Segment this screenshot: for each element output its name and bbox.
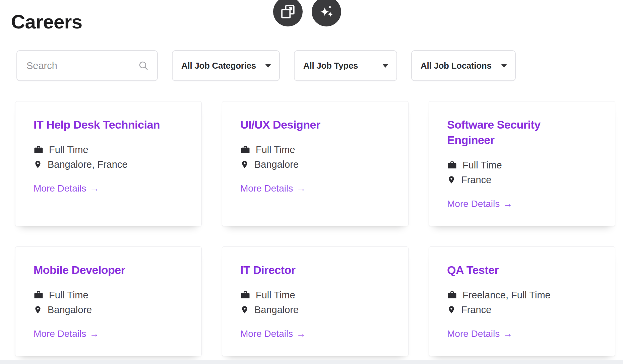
arrow-right-icon: → [503,329,512,339]
more-details-link[interactable]: More Details → [447,329,512,339]
more-details-label: More Details [447,199,500,209]
chevron-down-icon [382,64,388,68]
job-categories-dropdown[interactable]: All Job Categories [172,50,280,81]
more-details-link[interactable]: More Details → [447,199,512,209]
job-types-dropdown-label: All Job Types [303,61,358,71]
more-details-link[interactable]: More Details → [34,183,99,194]
job-locations-dropdown-label: All Job Locations [421,61,492,71]
job-card: Mobile Developer Full Time Bangalore Mor… [15,246,202,356]
search-icon [138,60,149,71]
job-location-row: France [447,304,599,315]
location-pin-icon [34,159,42,169]
job-title-link[interactable]: Software Security Engineer [447,117,568,148]
job-card: Software Security Engineer Full Time Fra… [429,101,615,226]
search-input[interactable] [26,60,133,71]
more-details-label: More Details [240,183,293,194]
location-pin-icon [240,305,249,315]
job-card: IT Help Desk Technician Full Time Bangal… [15,101,202,226]
job-type-row: Freelance, Full Time [447,290,599,300]
job-type-row: Full Time [447,160,599,170]
more-details-link[interactable]: More Details → [34,329,99,339]
job-location: France [461,174,491,185]
job-card: UI/UX Designer Full Time Bangalore More … [222,101,409,226]
job-location-row: Bangalore [240,304,392,315]
job-title-link[interactable]: IT Help Desk Technician [34,117,185,132]
job-location: Bangalore [254,159,299,170]
job-location: Bangalore [48,304,92,315]
location-pin-icon [447,305,456,315]
job-title-link[interactable]: Mobile Developer [34,262,185,278]
job-type: Full Time [49,144,88,155]
sparkles-icon [318,4,334,20]
briefcase-icon [34,145,44,155]
job-title-link[interactable]: IT Director [240,262,392,278]
job-location: Bangalore [254,304,299,315]
job-type: Full Time [462,160,502,170]
arrow-right-icon: → [296,183,306,194]
job-type-row: Full Time [240,144,392,155]
job-type: Full Time [49,290,88,300]
page-title: Careers [11,11,82,32]
more-details-link[interactable]: More Details → [240,183,306,194]
location-pin-icon [447,175,456,185]
arrow-right-icon: → [503,199,512,209]
job-type-row: Full Time [34,144,185,155]
more-details-label: More Details [447,329,500,339]
job-categories-dropdown-label: All Job Categories [181,61,256,71]
arrow-right-icon: → [89,183,99,194]
job-cards-grid: IT Help Desk Technician Full Time Bangal… [15,101,616,356]
job-types-dropdown[interactable]: All Job Types [294,50,397,81]
location-pin-icon [240,159,249,169]
more-details-label: More Details [34,329,86,339]
job-title-link[interactable]: UI/UX Designer [240,117,392,132]
chevron-down-icon [501,64,507,68]
more-details-link[interactable]: More Details → [240,329,306,339]
open-in-new-icon [280,4,296,19]
job-location-row: Bangalore [240,159,392,170]
job-type-row: Full Time [34,290,185,300]
arrow-right-icon: → [296,329,306,339]
open-external-button[interactable] [273,0,303,26]
job-location: Bangalore, France [48,159,128,170]
briefcase-icon [240,290,250,300]
search-box [16,50,158,81]
job-location-row: Bangalore, France [34,159,185,170]
job-card: QA Tester Freelance, Full Time France Mo… [429,246,615,356]
job-title-link[interactable]: QA Tester [447,262,599,278]
job-location-row: France [447,174,599,185]
more-details-label: More Details [240,329,293,339]
briefcase-icon [447,290,457,300]
more-details-label: More Details [34,183,86,194]
job-locations-dropdown[interactable]: All Job Locations [411,50,516,81]
job-type: Full Time [256,144,295,155]
briefcase-icon [240,145,250,155]
job-type-row: Full Time [240,290,392,300]
job-type: Full Time [256,290,295,300]
filters-bar: All Job Categories All Job Types All Job… [16,50,516,81]
job-location-row: Bangalore [34,304,185,315]
briefcase-icon [447,160,457,170]
arrow-right-icon: → [89,329,99,339]
job-card: IT Director Full Time Bangalore More Det… [222,246,409,356]
page-bottom-divider [0,360,623,364]
job-location: France [461,304,491,315]
chevron-down-icon [265,64,271,68]
ai-assistant-button[interactable] [312,0,341,26]
location-pin-icon [34,305,42,315]
job-type: Freelance, Full Time [462,290,551,300]
briefcase-icon [34,290,44,300]
